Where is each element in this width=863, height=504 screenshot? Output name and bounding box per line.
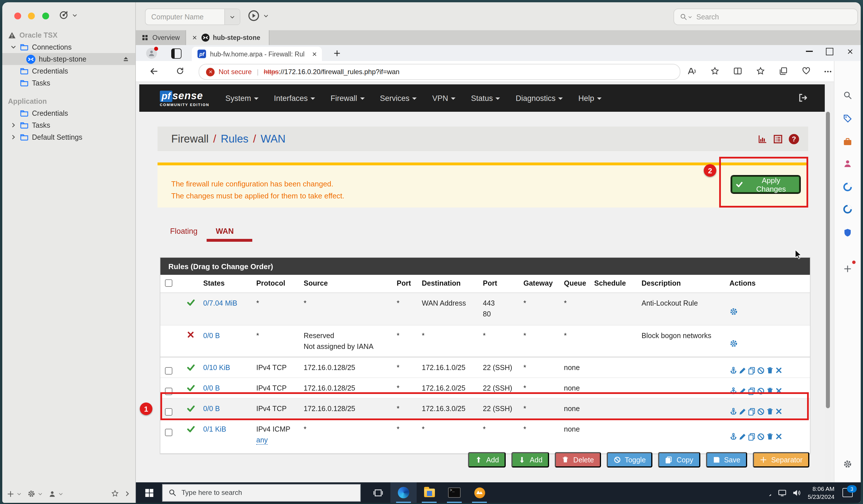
breadcrumb-rules-link[interactable]: Rules: [221, 132, 248, 145]
wallet-shield-icon[interactable]: [843, 228, 852, 237]
close-tab-icon[interactable]: [312, 51, 317, 57]
table-row[interactable]: 0/1 KiB IPv4 ICMPany * * * * * none: [160, 419, 810, 449]
chevron-down-icon[interactable]: [10, 44, 16, 50]
chevron-down-icon[interactable]: [16, 491, 22, 496]
disable-ban-icon[interactable]: [757, 408, 765, 415]
tab-floating[interactable]: Floating: [170, 227, 198, 235]
chevron-right-icon[interactable]: [10, 134, 16, 140]
disable-ban-icon[interactable]: [757, 387, 765, 395]
edit-pencil-icon[interactable]: [739, 408, 747, 415]
m365-icon[interactable]: [843, 182, 852, 192]
sidebar-item-default-settings[interactable]: Default Settings: [2, 131, 135, 143]
edit-pencil-icon[interactable]: [739, 432, 747, 440]
back-icon[interactable]: [150, 67, 159, 76]
anchor-icon[interactable]: [729, 366, 737, 374]
add-rule-top-button[interactable]: Add: [468, 452, 506, 467]
taskbar-terminal-button[interactable]: >_: [442, 482, 467, 503]
sidebar-root[interactable]: Oracle TSX: [2, 29, 135, 41]
page-scrollbar[interactable]: [825, 85, 831, 482]
delete-rules-button[interactable]: Delete: [555, 452, 601, 467]
nav-system[interactable]: System: [225, 94, 259, 102]
sidebar-item-app-credentials[interactable]: Credentials: [2, 107, 135, 119]
profile-avatar[interactable]: [146, 48, 157, 59]
nav-vpn[interactable]: VPN: [432, 94, 456, 102]
edge-active-tab[interactable]: pf hub-fw.home.arpa - Firewall: Rul: [192, 47, 322, 61]
browser-essentials-icon[interactable]: [802, 67, 811, 75]
anchor-icon[interactable]: [729, 432, 737, 440]
copy-icon[interactable]: [748, 366, 756, 374]
start-button[interactable]: [136, 482, 162, 503]
close-window-icon[interactable]: [847, 48, 854, 55]
delete-trash-icon[interactable]: [766, 408, 774, 415]
taskbar-app-button[interactable]: [467, 482, 492, 503]
delete-x-icon[interactable]: [775, 433, 783, 440]
edit-settings-gear-icon[interactable]: [729, 339, 738, 348]
address-bar[interactable]: Not secure | https://172.16.0.20/firewal…: [199, 64, 680, 80]
sidebar-item-credentials[interactable]: Credentials: [2, 65, 135, 77]
log-view-icon[interactable]: [773, 134, 783, 144]
tab-wan[interactable]: WAN: [216, 227, 234, 235]
outlook-icon[interactable]: [843, 205, 852, 214]
nav-interfaces[interactable]: Interfaces: [274, 94, 315, 102]
favorites-bar-icon[interactable]: [756, 67, 765, 75]
pfsense-logo[interactable]: pf sense COMMUNITY EDITION: [160, 90, 210, 106]
copy-icon[interactable]: [748, 387, 756, 395]
states-link[interactable]: 0/1 KiB: [203, 425, 226, 433]
nav-status[interactable]: Status: [471, 94, 500, 102]
states-link[interactable]: 0/7.04 MiB: [203, 299, 237, 307]
sidebar-item-tasks[interactable]: Tasks: [2, 77, 135, 89]
chevron-down-icon[interactable]: [263, 13, 269, 18]
run-session-button[interactable]: [248, 10, 269, 22]
tools-briefcase-icon[interactable]: [843, 138, 852, 146]
delete-trash-icon[interactable]: [766, 387, 774, 395]
favorites-star-button[interactable]: [111, 490, 119, 497]
add-rule-bottom-button[interactable]: Add: [511, 452, 549, 467]
copy-icon[interactable]: [748, 432, 756, 440]
close-tab-icon[interactable]: [192, 35, 198, 40]
scrollbar-thumb[interactable]: [826, 112, 830, 408]
people-icon[interactable]: [843, 159, 852, 168]
nav-firewall[interactable]: Firewall: [330, 94, 364, 102]
row-checkbox[interactable]: [165, 408, 172, 416]
split-screen-icon[interactable]: [734, 67, 742, 75]
refresh-icon[interactable]: [176, 67, 184, 75]
states-link[interactable]: 0/0 B: [203, 384, 220, 392]
taskbar-edge-button[interactable]: [390, 482, 417, 503]
nav-help[interactable]: Help: [578, 94, 602, 102]
zoom-window-button[interactable]: [42, 13, 49, 20]
table-row-highlighted[interactable]: 0/0 B IPv4 TCP 172.16.0.128/25 * 172.16.…: [160, 399, 810, 419]
anchor-icon[interactable]: [729, 387, 737, 395]
read-aloud-icon[interactable]: [687, 67, 696, 76]
table-row[interactable]: 0/0 B * ReservedNot assigned by IANA * *…: [160, 325, 810, 357]
computer-name-dropdown[interactable]: [224, 9, 240, 25]
edit-settings-gear-icon[interactable]: [729, 307, 738, 316]
states-chart-icon[interactable]: [758, 134, 767, 144]
tab-overview[interactable]: Overview: [136, 30, 186, 45]
user-button[interactable]: [49, 490, 56, 497]
sidebar-search-icon[interactable]: [843, 91, 852, 100]
chevron-down-icon[interactable]: [38, 491, 43, 496]
volume-icon[interactable]: [792, 488, 801, 497]
nav-diagnostics[interactable]: Diagnostics: [516, 94, 563, 102]
breadcrumb-wan-link[interactable]: WAN: [261, 132, 285, 145]
delete-x-icon[interactable]: [775, 408, 783, 415]
more-options-icon[interactable]: [824, 67, 832, 76]
favorite-star-icon[interactable]: [711, 67, 719, 75]
delete-trash-icon[interactable]: [766, 366, 774, 374]
disable-ban-icon[interactable]: [757, 366, 765, 374]
nav-services[interactable]: Services: [380, 94, 417, 102]
chevron-right-icon[interactable]: [10, 122, 16, 128]
security-label[interactable]: Not secure: [218, 68, 252, 76]
row-checkbox[interactable]: [165, 367, 172, 375]
table-row[interactable]: 0/7.04 MiB * * * WAN Address 44380 * * A…: [160, 293, 810, 325]
chevron-down-icon[interactable]: [58, 491, 63, 496]
close-window-button[interactable]: [14, 13, 21, 20]
copy-icon[interactable]: [748, 408, 756, 415]
table-row[interactable]: 0/10 KiB IPv4 TCP 172.16.0.128/25 * 172.…: [160, 357, 810, 378]
disconnect-eject-icon[interactable]: [122, 55, 129, 63]
apply-changes-button[interactable]: Apply Changes: [731, 176, 800, 193]
collections-icon[interactable]: [779, 67, 788, 75]
settings-gear-button[interactable]: [27, 490, 35, 498]
display-icon[interactable]: [778, 488, 787, 497]
edit-pencil-icon[interactable]: [739, 366, 747, 374]
